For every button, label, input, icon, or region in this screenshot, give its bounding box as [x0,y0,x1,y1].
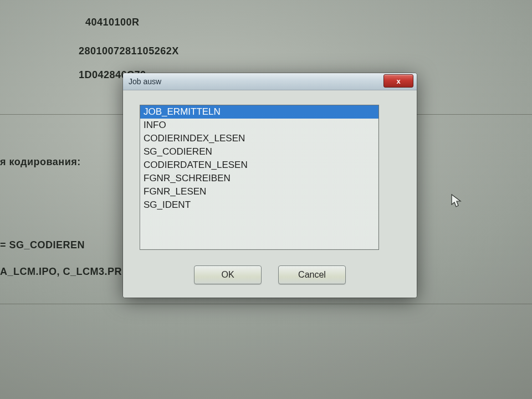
job-select-dialog: Job ausw x JOB_ERMITTELN INFO CODIERINDE… [123,73,417,298]
dialog-body: JOB_ERMITTELN INFO CODIERINDEX_LESEN SG_… [123,90,417,298]
list-item[interactable]: CODIERDATEN_LESEN [140,158,378,172]
list-item[interactable]: SG_IDENT [140,198,378,212]
close-icon: x [396,77,400,85]
job-listbox[interactable]: JOB_ERMITTELN INFO CODIERINDEX_LESEN SG_… [140,105,379,250]
list-item[interactable]: INFO [140,119,378,132]
list-item[interactable]: FGNR_LESEN [140,185,378,198]
dialog-title: Job ausw [129,77,161,86]
list-item[interactable]: SG_CODIEREN [140,145,378,158]
bg-divider-2 [0,304,532,304]
bg-eq-line: = SG_CODIEREN [0,239,85,251]
bg-label-coding: я кодирования: [0,156,81,168]
bg-value-1: 40410100R [85,17,140,28]
dialog-titlebar[interactable]: Job ausw x [123,73,417,90]
close-button[interactable]: x [383,74,413,88]
list-item[interactable]: CODIERINDEX_LESEN [140,132,378,145]
ok-button[interactable]: OK [194,265,262,284]
list-item[interactable]: JOB_ERMITTELN [140,105,378,119]
bg-file-line: A_LCM.IPO, C_LCM3.PR [0,266,122,278]
dialog-button-row: OK Cancel [140,265,400,288]
bg-value-2: 2801007281105262X [79,45,179,57]
list-item[interactable]: FGNR_SCHREIBEN [140,172,378,185]
cancel-button[interactable]: Cancel [278,265,346,284]
